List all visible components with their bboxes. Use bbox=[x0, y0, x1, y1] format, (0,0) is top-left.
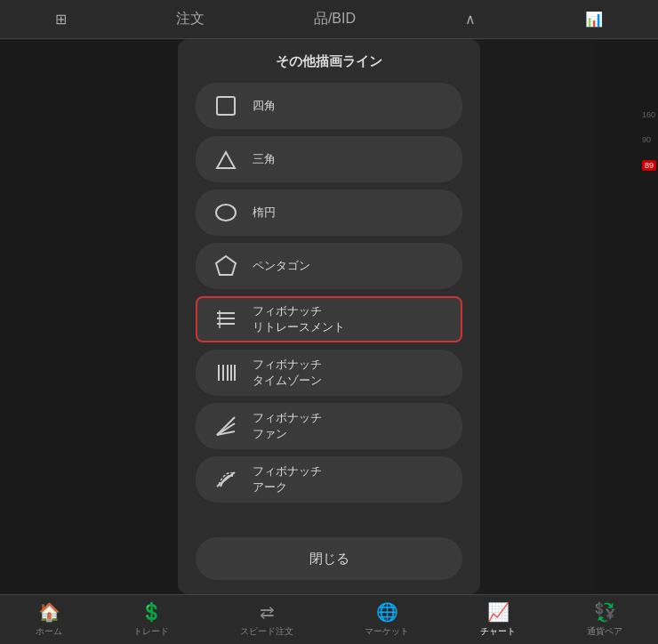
bid-icon: 品/BID bbox=[314, 10, 356, 28]
menu-item-fib-retracement[interactable]: フィボナッチリトレースメント bbox=[196, 296, 462, 342]
top-bar-linechart[interactable]: ∧ bbox=[465, 11, 476, 28]
modal-title: その他描画ライン bbox=[196, 53, 462, 70]
menu-item-fib-arc-label: フィボナッチアーク bbox=[253, 463, 322, 495]
nav-speed-label: スピード注文 bbox=[240, 625, 293, 638]
close-button[interactable]: 閉じる bbox=[196, 537, 462, 580]
svg-marker-3 bbox=[216, 256, 236, 275]
chart-left-panel bbox=[0, 39, 178, 594]
menu-item-fib-timezone-label: フィボナッチタイムゾーン bbox=[253, 357, 322, 389]
barchart-icon: 📊 bbox=[585, 11, 603, 28]
home-icon: 🏠 bbox=[38, 601, 60, 623]
menu-item-pentagon[interactable]: ペンタゴン bbox=[196, 243, 462, 289]
nav-chart[interactable]: 📈 チャート bbox=[473, 598, 523, 641]
nav-currency-label: 通貨ペア bbox=[587, 625, 622, 638]
market-icon: 🌐 bbox=[376, 601, 398, 623]
chart-right-panel: 160 90 89 bbox=[596, 39, 658, 594]
modal-draw-lines: その他描画ライン 四角 三角 bbox=[178, 39, 480, 594]
close-button-label: 閉じる bbox=[309, 551, 349, 568]
currency-icon: 💱 bbox=[594, 601, 616, 623]
menu-list: 四角 三角 楕円 bbox=[196, 83, 462, 530]
fib-lines-icon bbox=[212, 305, 240, 334]
price-label-89: 89 bbox=[642, 160, 656, 171]
menu-item-pentagon-label: ペンタゴン bbox=[253, 258, 310, 274]
trade-icon: 💲 bbox=[140, 601, 163, 623]
linechart-icon: ∧ bbox=[465, 11, 476, 28]
top-bar-barchart[interactable]: 📊 bbox=[585, 11, 603, 28]
svg-marker-1 bbox=[217, 152, 235, 168]
nav-market-label: マーケット bbox=[365, 625, 409, 638]
chart-icon: 📈 bbox=[487, 601, 510, 623]
menu-item-square-label: 四角 bbox=[253, 98, 276, 114]
triangle-icon bbox=[212, 145, 240, 173]
top-bar-grid[interactable]: ⊞ bbox=[55, 11, 67, 28]
menu-item-fib-retracement-label: フィボナッチリトレースメント bbox=[253, 303, 345, 335]
menu-item-fib-timezone[interactable]: フィボナッチタイムゾーン bbox=[196, 350, 462, 396]
fib-vertical-icon bbox=[212, 358, 240, 387]
menu-item-fib-fan-label: フィボナッチファン bbox=[253, 410, 322, 442]
pentagon-icon bbox=[212, 252, 240, 280]
square-icon bbox=[212, 92, 240, 120]
top-bar-order[interactable]: 注文 bbox=[176, 10, 205, 28]
nav-home[interactable]: 🏠 ホーム bbox=[28, 598, 69, 641]
menu-item-triangle-label: 三角 bbox=[253, 151, 276, 167]
fib-fan-icon bbox=[212, 412, 240, 440]
ellipse-icon bbox=[212, 198, 240, 227]
order-icon: 注文 bbox=[176, 10, 205, 28]
nav-speed[interactable]: ⇄ スピード注文 bbox=[233, 598, 301, 641]
menu-item-triangle[interactable]: 三角 bbox=[196, 136, 462, 182]
menu-item-fib-arc[interactable]: フィボナッチアーク bbox=[196, 456, 462, 503]
bottom-nav: 🏠 ホーム 💲 トレード ⇄ スピード注文 🌐 マーケット 📈 チャート 💱 通… bbox=[0, 594, 658, 644]
nav-chart-label: チャート bbox=[480, 625, 516, 638]
nav-market[interactable]: 🌐 マーケット bbox=[357, 598, 416, 641]
top-bar: ⊞ 注文 品/BID ∧ 📊 bbox=[0, 0, 658, 39]
menu-item-ellipse[interactable]: 楕円 bbox=[196, 189, 462, 236]
price-label-160: 160 bbox=[642, 110, 656, 119]
menu-item-square[interactable]: 四角 bbox=[196, 83, 462, 129]
nav-trade-label: トレード bbox=[133, 625, 169, 638]
speed-icon: ⇄ bbox=[260, 601, 275, 623]
svg-point-2 bbox=[216, 205, 236, 221]
menu-item-ellipse-label: 楕円 bbox=[253, 205, 276, 221]
menu-item-fib-fan[interactable]: フィボナッチファン bbox=[196, 403, 462, 449]
price-label-90: 90 bbox=[642, 135, 656, 144]
fib-arc-icon bbox=[212, 465, 240, 494]
svg-rect-0 bbox=[217, 97, 235, 115]
nav-home-label: ホーム bbox=[36, 625, 62, 638]
top-bar-bid[interactable]: 品/BID bbox=[314, 10, 356, 28]
nav-trade[interactable]: 💲 トレード bbox=[126, 598, 176, 641]
nav-currency[interactable]: 💱 通貨ペア bbox=[580, 598, 630, 641]
grid-icon: ⊞ bbox=[55, 11, 67, 28]
